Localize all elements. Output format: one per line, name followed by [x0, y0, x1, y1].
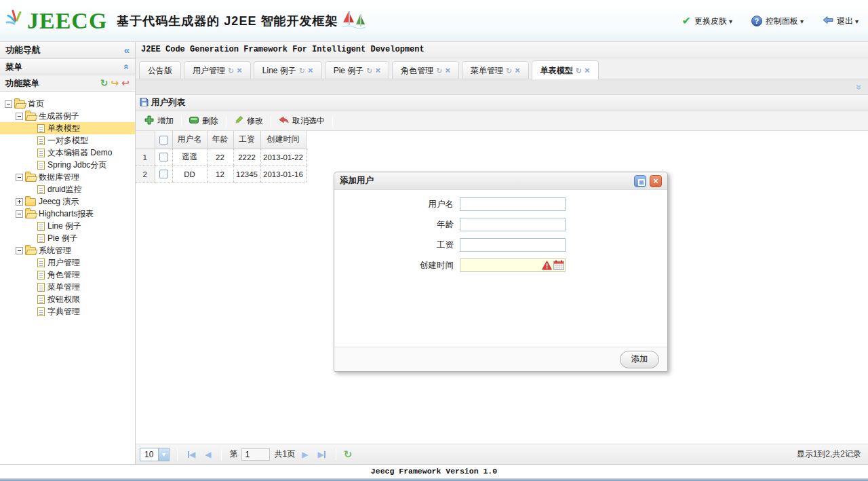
- tree-item-menu-mgmt[interactable]: 菜单管理: [0, 281, 135, 293]
- tree-item-button-permission[interactable]: 按钮权限: [0, 293, 135, 305]
- tree-item-highcharts[interactable]: Highcharts报表: [0, 208, 135, 220]
- col-username[interactable]: 用户名: [172, 131, 207, 149]
- age-field[interactable]: [460, 218, 566, 231]
- tree-expander-minus-icon[interactable]: [16, 247, 23, 254]
- tab-menu-mgmt[interactable]: 菜单管理: [462, 61, 529, 79]
- tree-expander-minus-icon[interactable]: [16, 113, 23, 120]
- sidebar-accordion-header[interactable]: 菜单: [0, 59, 135, 75]
- dialog-minimize-icon[interactable]: [634, 175, 646, 187]
- calendar-icon[interactable]: [553, 260, 564, 272]
- tree-item-system-mgmt[interactable]: 系统管理: [0, 244, 135, 256]
- page-number-input[interactable]: [241, 448, 270, 461]
- page-size-value: 10: [140, 450, 158, 459]
- tab-close-icon[interactable]: [585, 62, 590, 79]
- tree-item-single-table-model[interactable]: 单表模型: [0, 122, 135, 134]
- col-age[interactable]: 年龄: [207, 131, 233, 149]
- tree-item-dict-mgmt[interactable]: 字典管理: [0, 305, 135, 318]
- table-header-row: 用户名 年龄 工资 创建时间: [136, 131, 306, 149]
- col-salary[interactable]: 工资: [233, 131, 260, 149]
- rownum-cell: 2: [136, 166, 155, 182]
- tab-refresh-icon[interactable]: [299, 62, 305, 79]
- salary-field[interactable]: [460, 238, 566, 252]
- row-checkbox[interactable]: [159, 153, 168, 161]
- tab-refresh-icon[interactable]: [366, 62, 372, 79]
- menu-change-skin[interactable]: 更换皮肤: [682, 16, 732, 27]
- tree-item-database-mgmt[interactable]: 数据库管理: [0, 171, 135, 183]
- tree-expander-minus-icon[interactable]: [16, 210, 23, 218]
- refresh-grid-icon[interactable]: [344, 448, 353, 461]
- dialog-titlebar[interactable]: 添加用户: [334, 172, 667, 190]
- select-all-checkbox[interactable]: [159, 136, 168, 145]
- logo-text: JEECG: [27, 8, 107, 34]
- tree-item-text-editor-demo[interactable]: 文本编辑器 Demo: [0, 147, 135, 159]
- prev-page-button[interactable]: [202, 450, 214, 459]
- next-page-button[interactable]: [299, 450, 311, 459]
- tab-bulletin[interactable]: 公告版: [139, 61, 181, 79]
- tree-item-user-mgmt[interactable]: 用户管理: [0, 256, 135, 269]
- add-user-dialog: 添加用户 用户名 年龄 工资 创建时间 添加: [334, 172, 668, 372]
- chevron-double-down-icon[interactable]: [851, 84, 863, 90]
- tree-expander-minus-icon[interactable]: [5, 100, 12, 108]
- document-icon: [37, 271, 45, 280]
- tree-item-generator-examples[interactable]: 生成器例子: [0, 110, 135, 122]
- tab-refresh-icon[interactable]: [506, 62, 512, 79]
- tab-close-icon[interactable]: [515, 62, 520, 79]
- tab-role-mgmt[interactable]: 角色管理: [392, 61, 459, 79]
- validation-warning-icon: [542, 261, 552, 272]
- select-all-header: [155, 131, 172, 149]
- add-button[interactable]: 增加: [138, 113, 180, 128]
- edit-button-label: 修改: [247, 115, 263, 127]
- tree-item-home[interactable]: 首页: [0, 98, 135, 110]
- tab-refresh-icon[interactable]: [228, 62, 234, 79]
- folder-open-icon: [25, 247, 36, 255]
- refresh-icon[interactable]: [100, 75, 108, 92]
- tree-item-one-to-many[interactable]: 一对多模型: [0, 134, 135, 147]
- row-select-cell: [155, 149, 172, 166]
- tree-item-spring-jdbc[interactable]: Spring Jdbc分页: [0, 159, 135, 171]
- tab-close-icon[interactable]: [308, 62, 313, 79]
- tree-item-pie-example[interactable]: Pie 例子: [0, 232, 135, 244]
- menu-control-panel[interactable]: 控制面板: [751, 16, 804, 27]
- tab-single-table-model[interactable]: 单表模型: [532, 60, 599, 79]
- undo-icon[interactable]: [121, 75, 130, 92]
- tab-close-icon[interactable]: [237, 62, 242, 79]
- tab-refresh-icon[interactable]: [436, 62, 442, 79]
- cell-salary: 2222: [233, 149, 260, 166]
- cancel-selection-button[interactable]: 取消选中: [273, 113, 331, 128]
- tree-item-druid-monitor[interactable]: druid监控: [0, 183, 135, 195]
- app-title: 基于代码生成器的 J2EE 智能开发框架: [117, 13, 338, 29]
- table-row[interactable]: 1 遥遥 22 2222 2013-01-22: [136, 149, 306, 166]
- delete-button[interactable]: 删除: [183, 113, 224, 128]
- tab-pie-example[interactable]: Pie 例子: [325, 61, 390, 79]
- redo-icon[interactable]: [111, 75, 119, 92]
- collapse-sidebar-icon[interactable]: [124, 42, 130, 59]
- table-row[interactable]: 2 DD 12 12345 2013-01-16: [136, 166, 306, 182]
- first-page-button[interactable]: [185, 450, 198, 459]
- tree-expander-minus-icon[interactable]: [16, 174, 23, 181]
- tab-close-icon[interactable]: [445, 62, 450, 79]
- tree-item-line-example[interactable]: Line 例子: [0, 220, 135, 232]
- create-time-field-wrap: [460, 258, 566, 272]
- sidebar-accordion-title: 菜单: [5, 59, 22, 75]
- dialog-close-icon[interactable]: [650, 175, 662, 187]
- tab-close-icon[interactable]: [376, 62, 381, 79]
- tab-line-example[interactable]: Line 例子: [254, 61, 322, 79]
- tab-refresh-icon[interactable]: [576, 62, 582, 79]
- toolbar-separator: [271, 115, 271, 127]
- tree-item-role-mgmt[interactable]: 角色管理: [0, 269, 135, 281]
- last-page-button[interactable]: [315, 450, 328, 459]
- tree-item-label: Spring Jdbc分页: [47, 159, 106, 171]
- tab-user-mgmt[interactable]: 用户管理: [184, 61, 251, 79]
- page-size-select[interactable]: 10: [140, 448, 170, 461]
- row-checkbox[interactable]: [159, 170, 168, 178]
- tree-expander-plus-icon[interactable]: [16, 198, 23, 206]
- tree-item-jeecg-demo[interactable]: Jeecg 演示: [0, 195, 135, 208]
- chevron-down-icon: [158, 448, 169, 461]
- col-create-time[interactable]: 创建时间: [260, 131, 306, 149]
- submit-add-button[interactable]: 添加: [620, 351, 659, 368]
- tree-item-label: 数据库管理: [39, 172, 79, 183]
- username-field[interactable]: [460, 197, 566, 211]
- menu-logout[interactable]: 退出: [823, 16, 859, 27]
- grid-panel-title: 用户列表: [151, 97, 185, 109]
- edit-button[interactable]: 修改: [228, 113, 269, 128]
